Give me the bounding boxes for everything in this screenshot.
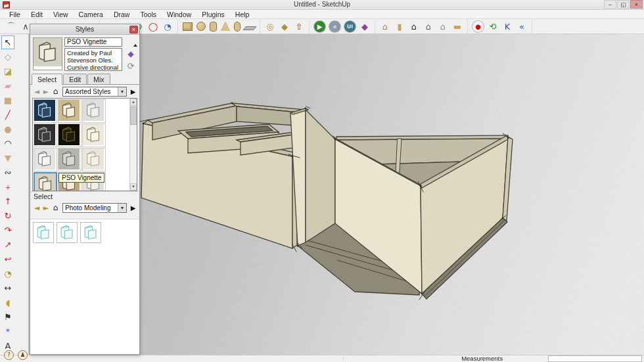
select-tool[interactable]: ↖ (1, 35, 14, 49)
style-thumb-dark-gray[interactable] (34, 124, 57, 147)
photo-modeling-thumb-1[interactable] (33, 222, 54, 243)
style-thumb-black-olive[interactable] (58, 124, 81, 147)
extrude-up-icon[interactable]: ⇧ (292, 20, 306, 33)
view-options-icon[interactable]: ▶ (129, 88, 137, 95)
eraser-tool[interactable]: ▰ (1, 79, 14, 93)
scale-tool[interactable]: ↗ (1, 238, 14, 252)
home-icon[interactable]: ⌂ (51, 87, 60, 96)
style-thumb-tan-sketch[interactable] (58, 99, 81, 123)
styles-panel-titlebar[interactable]: Styles × (30, 24, 139, 35)
tab-mix[interactable]: Mix (87, 74, 110, 84)
restore-button[interactable]: ◱ (617, 0, 630, 9)
style-name-input[interactable]: PSO Vignette (64, 37, 122, 47)
dropdown-arrow-icon[interactable]: ▼ (118, 87, 126, 96)
house-outline-icon[interactable]: ⌂ (436, 20, 449, 33)
menu-window[interactable]: Window (162, 11, 196, 18)
rotate-tool[interactable]: ↻ (1, 209, 14, 223)
styles-panel-close-icon[interactable]: × (129, 26, 138, 34)
paint-bucket-tool[interactable]: ◪ (1, 64, 14, 78)
cylinder-shape-icon[interactable] (210, 22, 217, 32)
back-arrow-icon-2[interactable]: ◄ (32, 204, 41, 212)
scrollbar-thumb[interactable] (130, 106, 137, 125)
photo-modeling-thumb-3[interactable] (80, 222, 101, 243)
style-description-input[interactable]: Created by Paul Stevenson Oles. Cursive … (64, 48, 122, 71)
menu-draw[interactable]: Draw (108, 11, 135, 18)
style-thumb-cream[interactable] (82, 124, 106, 147)
sphere-shape-icon[interactable] (196, 22, 206, 31)
menu-file[interactable]: File (4, 11, 26, 18)
box-shape-icon[interactable] (183, 22, 193, 31)
circle-tool[interactable]: ● (1, 122, 14, 136)
minimize-button[interactable]: – (604, 0, 616, 9)
pie-icon[interactable]: ◔ (161, 20, 174, 33)
dropdown-arrow-icon-2[interactable]: ▼ (118, 204, 126, 212)
tape-measure-tool[interactable]: ◔ (1, 267, 14, 281)
show-secondary-pane-button[interactable] (126, 37, 136, 48)
view-options-icon-2[interactable]: ▶ (129, 204, 137, 212)
make-component-tool[interactable]: ◇ (1, 50, 14, 64)
home-icon[interactable]: ⌂ (407, 20, 421, 33)
menu-help[interactable]: Help (230, 11, 255, 18)
torus-icon[interactable]: ◎ (264, 20, 277, 33)
style-thumb-gray[interactable] (58, 148, 81, 171)
create-new-style-button[interactable]: ◆ (126, 49, 136, 60)
axes-tool[interactable]: ＊ (1, 325, 14, 338)
styles-collection-dropdown[interactable]: Assorted Styles ▼ (62, 87, 127, 97)
style-thumb-pencil[interactable] (34, 148, 57, 171)
style-thumb-pale-gray[interactable] (82, 99, 106, 123)
podium-icon[interactable]: K (501, 20, 514, 33)
forward-arrow-icon[interactable]: ► (41, 87, 51, 96)
plane-shape-icon[interactable] (242, 26, 256, 30)
style-thumb-dark-blue[interactable] (34, 99, 57, 123)
export-arrow-icon[interactable]: ⟲ (486, 20, 499, 33)
scroll-down-icon[interactable]: ▼ (130, 183, 137, 191)
menu-view[interactable]: View (48, 11, 74, 18)
move-tool[interactable]: ＋ (1, 180, 14, 194)
measurements-input[interactable] (548, 355, 642, 362)
offset-tool[interactable]: ↩ (1, 252, 14, 266)
tube-shape-icon[interactable] (234, 22, 241, 32)
follow-me-tool[interactable]: ↷ (1, 223, 14, 237)
components-puzzle-icon[interactable]: ◆ (358, 20, 371, 33)
door-icon[interactable]: ▮ (393, 20, 406, 33)
menu-tools[interactable]: Tools (135, 11, 162, 18)
protractor-tool[interactable]: ◖ (1, 296, 14, 309)
photo-modeling-dropdown[interactable]: Photo Modeling ▼ (62, 203, 127, 213)
record-icon[interactable]: ● (472, 21, 484, 32)
rewind-circle-icon[interactable]: « (329, 21, 340, 32)
instructor-button[interactable]: ♟ (18, 350, 28, 360)
chamfer-icon[interactable]: ◆ (278, 20, 291, 33)
styles-scrollbar[interactable]: ▲ ▼ (129, 99, 137, 191)
crate-icon[interactable]: ▬ (451, 20, 464, 33)
home-icon-2[interactable]: ⌂ (51, 203, 60, 212)
arc-tool[interactable]: ◠ (1, 137, 14, 150)
ellipse-icon[interactable]: ◯ (147, 20, 160, 33)
style-thumb-faded[interactable] (82, 148, 106, 171)
help-button[interactable]: ? (4, 350, 14, 360)
shed-icon[interactable]: ⌂ (422, 20, 435, 33)
update-style-button[interactable]: ⟳ (126, 61, 136, 72)
play-icon[interactable]: ▶ (314, 21, 325, 32)
style-thumb-pso-vignette[interactable] (34, 172, 57, 191)
two-point-arc-icon[interactable]: ⌒ (5, 20, 18, 33)
cone-shape-icon[interactable] (221, 22, 230, 31)
dimension-tool[interactable]: ↔ (1, 281, 14, 295)
back-arrow-icon[interactable]: ◄ (32, 87, 41, 96)
tab-select[interactable]: Select (32, 74, 62, 85)
menu-plugins[interactable]: Plugins (196, 11, 229, 18)
menu-camera[interactable]: Camera (74, 11, 108, 18)
title-bar[interactable]: Untitled - SketchUp – ◱ × (0, 0, 644, 10)
scroll-up-icon[interactable]: ▲ (130, 99, 137, 106)
polygon-tool[interactable]: ▼ (1, 151, 14, 165)
freehand-tool[interactable]: ∾ (1, 166, 14, 179)
menu-edit[interactable]: Edit (26, 11, 48, 18)
photo-modeling-thumb-2[interactable] (57, 222, 78, 243)
close-button[interactable]: × (630, 0, 643, 9)
line-tool[interactable]: ╱ (1, 108, 14, 122)
tab-edit[interactable]: Edit (63, 74, 87, 84)
component-house-icon[interactable]: ⌂ (379, 20, 392, 33)
push-pull-tool[interactable]: ↑ (1, 194, 14, 208)
text-tool[interactable]: ⚑ (1, 310, 14, 324)
forward-arrow-icon-2[interactable]: ► (41, 204, 51, 212)
previous-view-icon[interactable]: « (515, 20, 528, 33)
